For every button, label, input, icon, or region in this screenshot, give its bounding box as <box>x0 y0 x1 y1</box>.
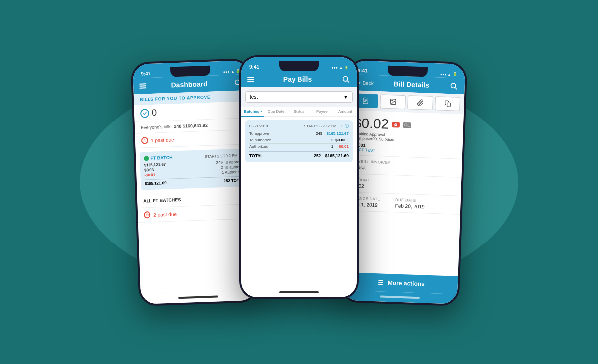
tab-status[interactable]: Status <box>288 107 310 117</box>
batch-list-header: 03/21/2019 STARTS 3/20 2 PM ET ⓘ <box>249 124 349 129</box>
phone-bill-details: 9:41 ●●● ▲ 🔋 ‹ < Back Bill Details <box>340 58 468 306</box>
phone-notch-2 <box>279 61 319 71</box>
svg-rect-6 <box>363 98 368 104</box>
clock-icon-2: ⏱ <box>144 211 150 218</box>
menu-icon[interactable] <box>139 83 146 88</box>
due-date-label: DUE DATE <box>395 197 425 203</box>
status-icons-1: ●●● ▲ 🔋 <box>223 69 241 73</box>
pay-bills-header: Pay Bills <box>241 71 357 87</box>
phone-notch <box>170 65 211 77</box>
due-date-value: Feb 20, 2019 <box>395 203 425 209</box>
batch-total: $165,121.69 252 TOTAL <box>145 176 244 186</box>
check-icon <box>140 108 150 118</box>
batch-list-row-1[interactable]: To approve 249 $165,121.67 <box>249 131 349 137</box>
detail-tab-copy[interactable] <box>435 96 460 111</box>
svg-point-4 <box>451 83 456 88</box>
svg-point-11 <box>391 100 392 101</box>
tab-payee[interactable]: Payee <box>310 107 333 117</box>
batch-dropdown[interactable]: test ▼ <box>245 91 353 103</box>
amount-row: $0.02 ⏰ GL <box>354 115 458 134</box>
pay-bills-content: test ▼ Batches • Due Date Status <box>241 87 357 287</box>
tab-bar: Batches • Due Date Status Payee Amount <box>241 107 357 117</box>
search-icon-3[interactable] <box>448 81 459 91</box>
bill-details-content: $0.02 ⏰ GL Awaiting Approval from puser0… <box>343 90 465 276</box>
phone-notch-3 <box>387 65 428 77</box>
batch-list-rows: To approve 249 $165,121.67 To authorize … <box>249 131 349 150</box>
spacer <box>343 210 460 276</box>
svg-point-2 <box>343 76 348 81</box>
more-actions-label: More actions <box>388 279 425 288</box>
menu-icon-2[interactable] <box>247 77 254 82</box>
dropdown-row: test ▼ <box>241 87 357 107</box>
detail-tab-attachment[interactable] <box>407 95 433 110</box>
detail-tab-image[interactable] <box>380 94 406 109</box>
gl-badge: GL <box>403 122 411 128</box>
home-indicator-2 <box>241 287 357 297</box>
svg-rect-10 <box>390 99 396 104</box>
search-icon-2[interactable] <box>341 74 351 84</box>
green-dot <box>144 156 149 161</box>
bill-amount-section: $0.02 ⏰ GL Awaiting Approval from puser0… <box>347 110 464 159</box>
batch-header: FT BATCH STARTS 3/20 2 PM ET <box>144 152 243 161</box>
batch-list-row-3: Authorized 1 -$0.01 <box>249 144 349 150</box>
batch-list-row-2[interactable]: To authorize 2 $0.03 › <box>249 137 349 144</box>
tab-amount[interactable]: Amount <box>334 107 357 117</box>
alert-badge: ⏰ <box>392 121 400 127</box>
batch-card: FT BATCH STARTS 3/20 2 PM ET $165,121.67… <box>140 148 249 190</box>
batch-list-total: TOTAL 252 $165,121.69 <box>249 151 349 158</box>
svg-rect-12 <box>447 103 450 107</box>
more-actions-icon <box>376 278 384 287</box>
phone-pay-bills: 9:41 ●●● ▲ 🔋 Pay Bills <box>239 55 359 299</box>
tab-due-date[interactable]: Due Date <box>264 107 287 117</box>
tab-batches[interactable]: Batches • <box>241 107 264 117</box>
clock-icon-1: ⏱ <box>141 137 148 144</box>
due-date-col: DUE DATE Feb 20, 2019 <box>395 197 425 209</box>
batch-list-item: 03/21/2019 STARTS 3/20 2 PM ET ⓘ To appr… <box>245 120 353 162</box>
svg-line-3 <box>347 81 349 83</box>
dashboard-content: BILLS FOR YOU TO APPROVE 0 Everyone's bi… <box>134 90 256 294</box>
svg-line-5 <box>455 87 457 89</box>
